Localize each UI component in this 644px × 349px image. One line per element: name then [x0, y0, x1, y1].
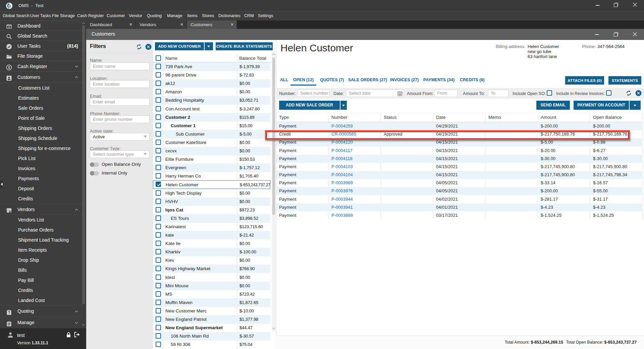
svg-text:$: $ — [8, 65, 10, 69]
svg-text:?: ? — [8, 311, 10, 314]
